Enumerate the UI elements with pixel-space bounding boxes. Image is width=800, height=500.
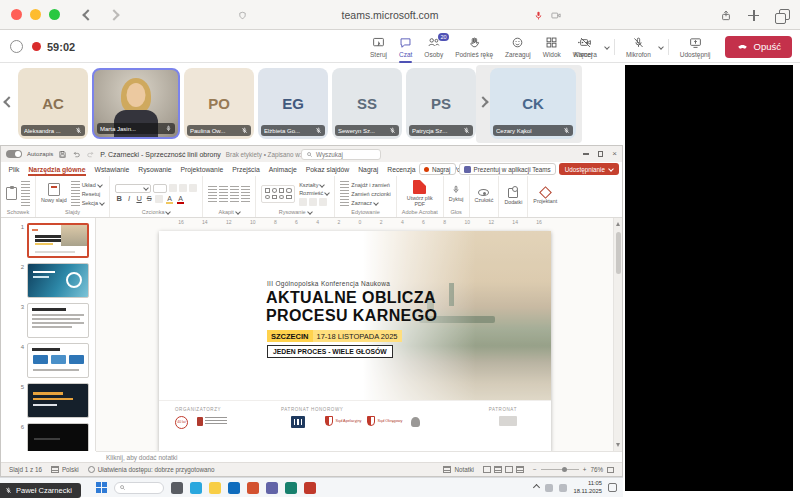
font-size-select[interactable] (153, 184, 167, 193)
tray-expand-icon[interactable] (533, 484, 540, 491)
tab-rysowanie[interactable]: Rysowanie (134, 164, 176, 176)
shapes-gallery[interactable] (261, 185, 295, 203)
autosave-toggle[interactable] (6, 150, 22, 158)
undo-icon[interactable] (72, 150, 81, 159)
fullscreen-window-button[interactable] (49, 9, 60, 20)
slide-thumbnail[interactable]: 6 (16, 423, 89, 451)
taskbar-search[interactable] (114, 482, 164, 494)
taskbar-app-icon[interactable] (209, 482, 221, 494)
minimize-window-button[interactable] (30, 9, 41, 20)
camera-button[interactable]: Kamera (568, 36, 603, 58)
paste-button[interactable] (6, 187, 17, 200)
ppt-search-box[interactable]: Wyszukaj (301, 149, 381, 160)
grow-font-icon[interactable] (169, 184, 177, 192)
reset-button[interactable]: Resetuj (71, 190, 101, 197)
browser-forward-button[interactable] (108, 9, 119, 20)
justify-button[interactable] (241, 195, 250, 202)
numbering-button[interactable] (219, 186, 228, 193)
share-document-button[interactable]: Udostępnianie (559, 163, 619, 175)
tab-mic-active-icon[interactable] (533, 10, 544, 21)
zoom-level[interactable]: 76% (590, 466, 603, 473)
italic-button[interactable] (125, 195, 133, 203)
mic-button[interactable]: Mikrofon (620, 36, 657, 58)
arrange-button[interactable]: Rozmieść (299, 190, 329, 196)
sorter-view-button[interactable] (494, 466, 502, 473)
present-in-teams-button[interactable]: Prezentuj w aplikacji Teams (459, 163, 556, 175)
close-window-button[interactable] (11, 9, 22, 20)
tab-plik[interactable]: Plik (4, 164, 24, 176)
view-button[interactable]: Widok (537, 30, 567, 63)
bold-button[interactable] (115, 195, 123, 203)
zoom-in-button[interactable]: + (583, 466, 587, 473)
share-screen-button[interactable]: Udostępnij (674, 36, 717, 58)
address-bar[interactable]: teams.microsoft.com (230, 4, 570, 26)
layout-button[interactable]: Układ (71, 181, 102, 188)
slide-thumbnail[interactable]: 4 (16, 343, 89, 378)
section-button[interactable]: Sekcja (71, 199, 105, 206)
save-icon[interactable] (58, 150, 67, 159)
participant-tile[interactable]: SS Seweryn Sz... (332, 68, 402, 139)
zoom-slider[interactable] (541, 469, 579, 470)
react-button[interactable]: Zareaguj (499, 30, 537, 63)
indent-button[interactable] (230, 186, 239, 193)
addins-button[interactable]: Dodatki (504, 188, 522, 205)
tab-camera-icon[interactable] (550, 10, 562, 21)
align-left-button[interactable] (208, 195, 217, 202)
new-slide-button[interactable]: Nowy slajd (41, 183, 67, 203)
accessibility-status[interactable]: Ułatwienia dostępu: dobrze przygotowano (88, 466, 215, 473)
dictate-button[interactable]: Dyktuj (449, 184, 464, 202)
zoom-out-button[interactable]: − (533, 466, 537, 473)
notification-center-icon[interactable] (608, 483, 617, 492)
tab-przejscia[interactable]: Przejścia (228, 164, 265, 176)
ppt-maximize-icon[interactable] (598, 151, 604, 157)
slide-thumbnail[interactable]: 5 (16, 383, 89, 418)
fit-slide-button[interactable] (607, 467, 614, 473)
quick-styles-icon[interactable] (299, 198, 307, 206)
mic-options-chevron-icon[interactable] (658, 44, 664, 50)
align-center-button[interactable] (219, 195, 228, 202)
participant-tile[interactable]: PO Paulina Ow... (184, 68, 254, 139)
ppt-close-icon[interactable]: × (612, 150, 617, 158)
tab-wstawianie[interactable]: Wstawianie (90, 164, 134, 176)
meeting-sync-icon[interactable] (10, 40, 23, 53)
tray-network-icon[interactable] (545, 484, 553, 492)
new-tab-icon[interactable] (748, 10, 759, 21)
control-button[interactable]: Steruj (364, 30, 393, 63)
slide-1[interactable]: III Ogólnopolska Konferencja Naukowa AKT… (159, 231, 551, 451)
shapes-button[interactable]: Kształty (299, 182, 324, 188)
slide-canvas[interactable]: 16 14 12 10 8 6 4 2 0 2 4 6 8 10 12 14 1… (96, 218, 622, 451)
designer-button[interactable]: Projektant (533, 188, 557, 204)
shrink-font-icon[interactable] (179, 184, 187, 192)
taskbar-clock[interactable]: 11:05 18.11.2025 (573, 480, 602, 494)
taskbar-app-icon[interactable] (247, 482, 259, 494)
slide-thumbnail[interactable]: 1 (16, 223, 89, 258)
chat-button[interactable]: Czat (393, 30, 418, 63)
notes-toggle[interactable]: Notatki (443, 466, 474, 473)
spacing-button[interactable] (241, 186, 250, 193)
redo-icon[interactable] (86, 150, 95, 159)
taskbar-app-icon[interactable] (171, 482, 183, 494)
highlight-color-button[interactable] (165, 195, 174, 204)
taskbar-app-icon[interactable] (266, 482, 278, 494)
ppt-minimize-icon[interactable] (583, 153, 589, 154)
notes-area[interactable]: Kliknij, aby dodać notatki (96, 451, 622, 462)
normal-view-button[interactable] (483, 466, 491, 473)
browser-back-button[interactable] (82, 9, 93, 20)
participant-tile-active-speaker[interactable]: Marta Jasin... (92, 68, 180, 139)
record-button[interactable]: Nagraj (419, 163, 456, 175)
start-button[interactable] (96, 482, 107, 493)
tab-projektowanie[interactable]: Projektowanie (176, 164, 228, 176)
align-right-button[interactable] (230, 195, 239, 202)
tab-animacje[interactable]: Animacje (264, 164, 301, 176)
strip-scroll-left-icon[interactable] (3, 96, 14, 107)
tab-overview-icon[interactable] (775, 9, 788, 22)
participant-tile[interactable]: AC Aleksandra ... (18, 68, 88, 139)
tray-volume-icon[interactable] (559, 484, 567, 492)
people-button[interactable]: 20 Osoby (418, 30, 449, 63)
tab-recenzja[interactable]: Recenzja (383, 164, 420, 176)
reading-view-button[interactable] (505, 466, 513, 473)
taskbar-app-icon[interactable] (190, 482, 202, 494)
clear-format-icon[interactable] (189, 184, 197, 192)
font-color-button[interactable] (176, 195, 185, 204)
tab-pokaz-slajdow[interactable]: Pokaz slajdów (301, 164, 353, 176)
